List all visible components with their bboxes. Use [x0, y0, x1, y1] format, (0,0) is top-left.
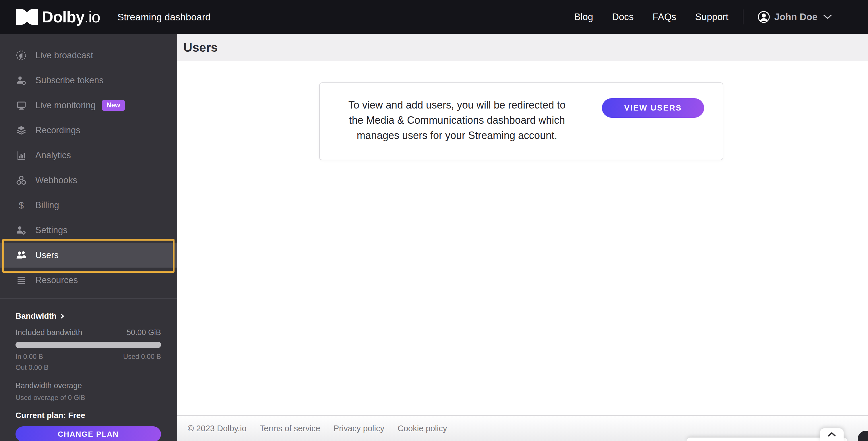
- redirect-message-line: To view and add users, you will be redir…: [328, 97, 586, 113]
- page-header-band: Users: [177, 34, 868, 61]
- sidebar-item-recordings[interactable]: Recordings: [0, 118, 177, 143]
- nav-link-support[interactable]: Support: [695, 11, 728, 22]
- bandwidth-in-value: In 0.00 B: [16, 353, 43, 361]
- redirect-message: To view and add users, you will be redir…: [328, 97, 586, 143]
- current-plan-label: Current plan: Free: [16, 411, 161, 420]
- view-users-button[interactable]: VIEW USERS: [602, 98, 704, 118]
- user-name: John Doe: [774, 11, 817, 22]
- sidebar-divider: [0, 298, 177, 299]
- svg-text:$: $: [19, 200, 24, 210]
- users-icon: [16, 250, 27, 261]
- avatar-icon: [758, 11, 770, 23]
- sidebar-item-label: Analytics: [35, 150, 71, 160]
- sidebar-item-live-monitoring[interactable]: Live monitoring New: [0, 93, 177, 118]
- included-bandwidth-value: 50.00 GiB: [127, 328, 161, 337]
- sidebar-item-label: Billing: [35, 200, 59, 210]
- chevron-right-icon: [61, 314, 64, 319]
- chevron-down-icon: [823, 14, 832, 20]
- sidebar-item-resources[interactable]: Resources: [0, 268, 177, 293]
- redirect-message-line: the Media & Communications dashboard whi…: [328, 113, 586, 128]
- monitor-icon: [16, 100, 27, 111]
- redirect-info-card: To view and add users, you will be redir…: [319, 82, 723, 160]
- terms-of-service-link[interactable]: Terms of service: [260, 424, 320, 433]
- page-title: Users: [183, 40, 218, 55]
- sidebar-item-settings[interactable]: Settings: [0, 217, 177, 243]
- bandwidth-overage-detail: Used overage of 0 GiB: [16, 393, 161, 402]
- user-menu[interactable]: John Doe: [758, 11, 832, 23]
- nav-link-docs[interactable]: Docs: [612, 11, 633, 22]
- broadcast-icon: [16, 50, 27, 61]
- webhooks-icon: [16, 175, 27, 186]
- nav-link-blog[interactable]: Blog: [574, 11, 593, 22]
- sidebar-item-billing[interactable]: $ Billing: [0, 193, 177, 217]
- sidebar-item-label: Subscribe tokens: [35, 75, 104, 86]
- change-plan-button[interactable]: CHANGE PLAN: [16, 427, 161, 441]
- sidebar-item-webhooks[interactable]: Webhooks: [0, 168, 177, 193]
- redirect-message-line: manages users for your Streaming account…: [328, 128, 586, 143]
- sidebar-item-analytics[interactable]: Analytics: [0, 143, 177, 168]
- subscribe-tokens-icon: [16, 75, 27, 86]
- sidebar: Live broadcast Subscribe tokens Live: [0, 34, 177, 441]
- copyright-text: © 2023 Dolby.io: [188, 424, 247, 433]
- nav-divider: [743, 9, 743, 24]
- sidebar-item-live-broadcast[interactable]: Live broadcast: [0, 43, 177, 68]
- top-nav: Blog Docs FAQs Support: [574, 11, 728, 22]
- footer: © 2023 Dolby.io Terms of service Privacy…: [177, 415, 868, 441]
- bandwidth-title[interactable]: Bandwidth: [16, 312, 161, 321]
- scroll-to-top-button[interactable]: [820, 429, 844, 441]
- privacy-policy-link[interactable]: Privacy policy: [334, 424, 384, 433]
- included-bandwidth-label: Included bandwidth: [16, 328, 82, 337]
- sidebar-item-users[interactable]: Users: [0, 243, 177, 268]
- sidebar-item-label: Recordings: [35, 125, 81, 136]
- sidebar-nav: Live broadcast Subscribe tokens Live: [0, 34, 177, 293]
- main-content: Users To view and add users, you will be…: [177, 34, 868, 441]
- bandwidth-overage-title: Bandwidth overage: [16, 381, 161, 390]
- bandwidth-used-value: Used 0.00 B: [123, 353, 161, 361]
- sidebar-item-label: Users: [35, 250, 59, 260]
- new-badge: New: [102, 100, 125, 111]
- dollar-icon: $: [16, 200, 27, 211]
- nav-link-faqs[interactable]: FAQs: [653, 11, 677, 22]
- brand-wordmark: Dolby.io: [42, 8, 100, 26]
- top-bar: Dolby.io Streaming dashboard Blog Docs F…: [0, 0, 868, 34]
- settings-person-gear-icon: [16, 225, 27, 236]
- bar-chart-icon: [16, 150, 27, 161]
- dolby-logo[interactable]: Dolby.io: [16, 8, 100, 26]
- chevron-up-icon: [828, 432, 836, 437]
- dolby-double-d-icon: [16, 9, 38, 25]
- sidebar-item-label: Webhooks: [35, 175, 77, 185]
- layers-icon: [16, 125, 27, 136]
- product-name: Streaming dashboard: [117, 11, 211, 23]
- bandwidth-panel: Bandwidth Included bandwidth 50.00 GiB I…: [0, 307, 177, 441]
- sidebar-item-label: Live monitoring: [35, 100, 96, 111]
- cookie-policy-link[interactable]: Cookie policy: [398, 424, 447, 433]
- sidebar-item-label: Resources: [35, 275, 78, 285]
- sidebar-item-label: Settings: [35, 225, 67, 235]
- sidebar-item-subscribe-tokens[interactable]: Subscribe tokens: [0, 68, 177, 93]
- bandwidth-out-value: Out 0.00 B: [16, 363, 161, 372]
- bandwidth-title-label: Bandwidth: [16, 312, 57, 321]
- list-icon: [16, 275, 27, 286]
- sidebar-item-label: Live broadcast: [35, 50, 93, 61]
- bandwidth-progress-bar: [16, 342, 161, 348]
